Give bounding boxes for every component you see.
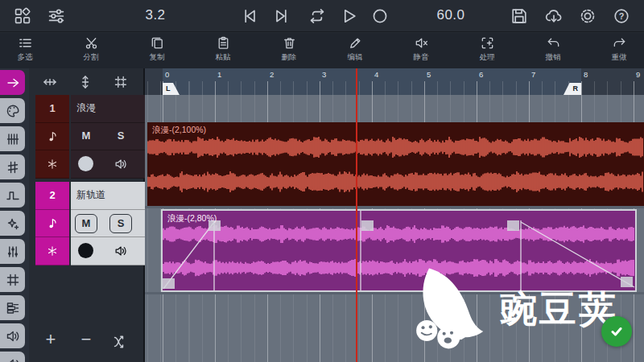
multiselect-button[interactable]: 多选 [5,35,45,68]
position-display[interactable]: 3.2 [122,7,189,23]
fade-out-top-handle[interactable] [507,220,519,231]
paste-button[interactable]: 粘贴 [203,35,243,68]
fade-out-handle[interactable] [621,277,633,287]
tool-grid[interactable] [0,267,25,292]
fade-in-handle[interactable] [163,278,175,289]
fade-out-line [521,222,634,287]
multiselect-icon [18,35,33,51]
copy-icon [150,35,165,51]
arrow-right-icon [5,75,21,91]
track-lanes[interactable]: 浪漫-(2,100%) 浪漫-(2,80%) [145,95,644,362]
track1-record-arm-button[interactable] [78,156,93,171]
tool-select-arrow[interactable] [0,70,25,95]
redo-button[interactable]: 重做 [599,35,639,68]
zoom-horizontal-icon[interactable] [42,74,58,90]
grid-icon [5,272,21,288]
zoom-grid-icon[interactable] [113,74,129,90]
process-icon [480,35,495,51]
track-header-2[interactable]: 2 新轨道 M S [29,182,145,265]
routing-icon[interactable] [112,334,128,350]
track1-type-cell[interactable] [35,123,69,151]
transport-bar: 3.2 60.0 ? [0,0,644,32]
waveform-track1 [147,122,644,206]
mixer-toggle-icon[interactable] [47,6,66,26]
track-header-panel: 1 浪漫 M S 2 [29,68,145,362]
tool-automation[interactable] [0,183,25,208]
add-track-button[interactable]: + [41,329,60,350]
split-handle[interactable] [361,220,374,231]
snowflake-icon [46,158,59,171]
tool-media-palette[interactable] [0,98,25,123]
track2-type-cell[interactable] [35,210,69,238]
fade-overlay [163,211,635,290]
snowflake-icon [46,245,59,257]
process-button[interactable]: 处理 [467,35,507,68]
playhead-cursor[interactable] [356,68,357,362]
track2-name[interactable]: 新轨道 [71,182,145,210]
delete-button[interactable]: 删除 [269,35,309,68]
cloud-download-icon[interactable] [544,6,564,26]
bar-number: 1 [217,70,221,79]
remove-track-button[interactable]: − [76,329,96,350]
tool-tracks[interactable] [0,295,25,320]
skip-to-end-icon[interactable] [272,6,291,26]
sparkles-icon [5,216,21,232]
tool-effects[interactable] [0,211,25,236]
music-note-icon [46,216,60,230]
track-header-1[interactable]: 1 浪漫 M S [29,95,145,179]
tempo-display[interactable]: 60.0 [417,7,485,23]
help-icon[interactable]: ? [612,6,631,26]
tool-tuner[interactable] [0,154,25,179]
media-browser-icon[interactable] [13,6,32,26]
track2-color-column: 2 [35,182,69,265]
bar-number: 3 [322,70,326,79]
tool-mixer[interactable] [0,239,25,264]
track2-record-arm-button[interactable] [78,243,93,258]
track1-color-column: 1 [35,95,69,179]
record-icon[interactable] [370,6,390,26]
split-button[interactable]: 分割 [71,35,111,68]
edit-toolbar: 多选 分割 复制 粘贴 删除 编辑 静音 处理 撤销 重做 [0,33,644,68]
track1-monitor-icon[interactable] [114,157,128,171]
track1-number[interactable]: 1 [35,95,69,123]
confirm-button[interactable] [601,316,632,347]
bar-number: 0 [165,70,169,79]
track1-controls: 浪漫 M S [71,95,145,179]
svg-text:?: ? [619,11,625,21]
save-icon[interactable] [510,6,529,26]
arrange-area: 0 1 2 3 4 5 6 7 8 9 L R 浪漫-(2,100%) [145,68,644,362]
loop-cycle-icon[interactable] [306,6,328,26]
region2-label: 浪漫-(2,80%) [167,213,217,224]
track2-freeze-cell[interactable] [35,237,69,265]
undo-button[interactable]: 撤销 [533,35,573,68]
edit-button[interactable]: 编辑 [335,35,375,68]
bar-number: 2 [270,70,274,79]
audio-region-track1[interactable]: 浪漫-(2,100%) [147,122,644,206]
settings-icon[interactable] [578,6,597,26]
mute-event-button[interactable]: 静音 [401,35,441,68]
tool-sidebar [0,68,29,362]
region1-label: 浪漫-(2,100%) [152,125,206,136]
tool-instrument[interactable] [0,126,25,151]
play-icon[interactable] [339,6,358,26]
music-note-icon [46,130,60,143]
track1-name[interactable]: 浪漫 [71,95,145,123]
skip-to-start-icon[interactable] [240,6,259,26]
track2-number[interactable]: 2 [35,182,69,210]
tool-output[interactable] [0,352,25,362]
track2-mute-button[interactable]: M [75,214,97,233]
track1-solo-button[interactable]: S [109,127,132,146]
mixer-faders-icon [5,244,21,260]
sharp-icon [5,159,21,175]
audio-region-track2-selected[interactable]: 浪漫-(2,80%) [161,209,637,292]
track2-solo-button[interactable]: S [109,214,132,233]
track2-monitor-icon[interactable] [114,244,128,258]
track1-freeze-cell[interactable] [35,150,69,179]
zoom-vertical-icon[interactable] [77,74,93,90]
tool-monitor[interactable] [0,323,25,348]
timeline-ruler[interactable]: 0 1 2 3 4 5 6 7 8 9 L R [145,68,644,95]
lane-separator [145,292,644,294]
track1-mute-button[interactable]: M [75,127,97,146]
bar-number: 4 [374,70,378,79]
copy-button[interactable]: 复制 [137,35,177,68]
